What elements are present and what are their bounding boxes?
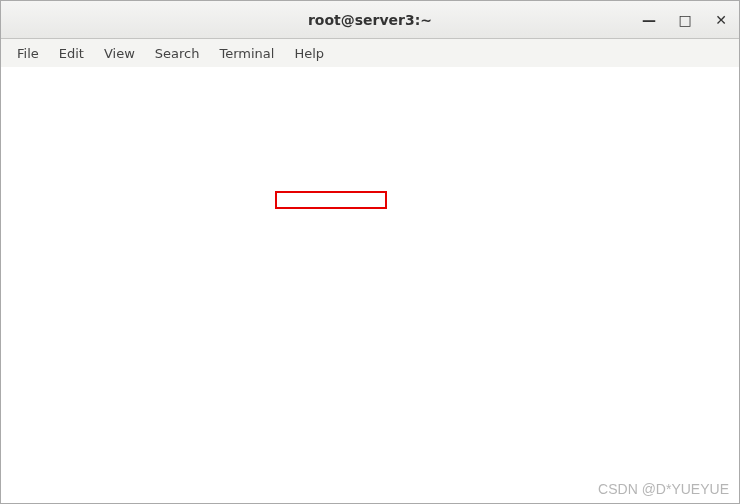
menu-terminal[interactable]: Terminal bbox=[209, 43, 284, 64]
menu-help[interactable]: Help bbox=[284, 43, 334, 64]
menu-view[interactable]: View bbox=[94, 43, 145, 64]
menubar: File Edit View Search Terminal Help bbox=[1, 39, 739, 67]
window-controls: — □ ✕ bbox=[637, 1, 733, 38]
maximize-button[interactable]: □ bbox=[673, 8, 697, 32]
close-button[interactable]: ✕ bbox=[709, 8, 733, 32]
terminal-area[interactable]: ERROR: No query specified mysql> show sl… bbox=[1, 67, 739, 503]
minimize-button[interactable]: — bbox=[637, 8, 661, 32]
window-title: root@server3:~ bbox=[1, 12, 739, 28]
menu-file[interactable]: File bbox=[7, 43, 49, 64]
titlebar: root@server3:~ — □ ✕ bbox=[1, 1, 739, 39]
highlight-master-host bbox=[275, 191, 387, 209]
menu-search[interactable]: Search bbox=[145, 43, 210, 64]
menu-edit[interactable]: Edit bbox=[49, 43, 94, 64]
